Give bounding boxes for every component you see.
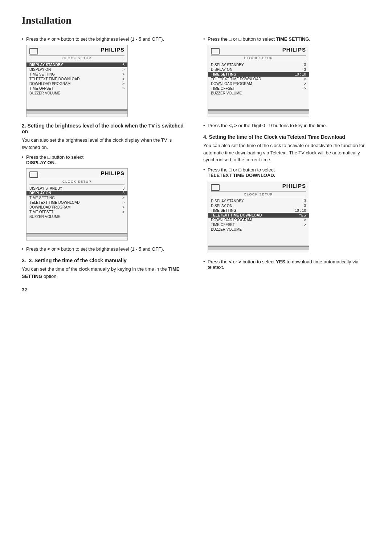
menu-row-label: TIME OFFSET <box>29 86 53 90</box>
menu-row-value: 3 <box>122 63 124 67</box>
philips-logo-4: PHILIPS <box>282 183 306 189</box>
menu-row-label: DOWNLOAD PROGRAM <box>29 205 70 209</box>
page-number: 32 <box>22 287 189 292</box>
menu-row: BUZZER VOLUME <box>208 91 309 96</box>
menu-row: DOWNLOAD PROGRAM> <box>26 205 127 210</box>
menu-row: TELETEXT TIME DOWNLOAD> <box>208 77 309 81</box>
section4-body: You can also set the time of the clock t… <box>203 142 370 163</box>
menu-row: TELETEXT TIME DOWNLOAD> <box>26 200 127 205</box>
menu-row-value: YES <box>299 213 306 217</box>
menu-row: BUZZER VOLUME <box>26 91 127 96</box>
menu-row: DOWNLOAD PROGRAM> <box>26 81 127 86</box>
menu-row-label: TIME SETTING <box>29 196 55 200</box>
menu-row: DOWNLOAD PROGRAM> <box>208 218 309 222</box>
menu-row: BUZZER VOLUME <box>208 227 309 232</box>
section2-body: You can also set the brightness level of… <box>22 137 189 151</box>
menu-row-label: DISPLAY STANDBY <box>211 63 244 67</box>
menu-row-value: > <box>122 205 124 209</box>
menu-row-value: > <box>122 72 124 76</box>
clock-setup-title-4: CLOCK SETUP <box>211 191 306 197</box>
menu-row-value: > <box>122 210 124 214</box>
menu-row: DOWNLOAD PROGRAM> <box>208 81 309 86</box>
menu-row-label: TIME OFFSET <box>29 210 53 214</box>
time-setting-label: TIME SETTING. <box>276 36 310 42</box>
menu-row: TIME OFFSET> <box>208 222 309 227</box>
clock-setup-title-2: CLOCK SETUP <box>29 179 124 185</box>
menu-row-label: DOWNLOAD PROGRAM <box>29 82 70 86</box>
menu-row-label: DISPLAY STANDBY <box>29 63 63 67</box>
menu-row-label: TIME SETTING <box>211 72 236 76</box>
menu-row: TELETEXT TIME DOWNLOADYES <box>208 213 309 218</box>
menu-row-label: DISPLAY STANDBY <box>29 186 62 190</box>
menu-row: DISPLAY STANDBY3 <box>208 199 309 203</box>
teletext-label: TELETEXT TIME DOWNLOAD. <box>208 173 275 178</box>
menu-row: TIME SETTING> <box>26 195 127 200</box>
tv-icon-4 <box>211 184 220 191</box>
menu-row-value: 3 <box>304 199 306 203</box>
right-bullet-4: Press the < or > button to select YES to… <box>203 259 370 270</box>
left-bullet-2: Press the □ button to select DISPLAY ON. <box>22 154 189 165</box>
menu-row: DISPLAY ON3 <box>208 67 309 72</box>
menu-row: DISPLAY ON3 <box>208 203 309 208</box>
menu-row-value: 10 : 10 <box>295 209 306 213</box>
right-column: Press the □ or □ button to select TIME S… <box>203 36 370 292</box>
menu-row-value: 3 <box>304 68 306 72</box>
right-screen-2: PHILIPS CLOCK SETUP DISPLAY STANDBY3DISP… <box>208 181 309 253</box>
section2-heading: 2. Setting the brightness level of the c… <box>22 123 189 134</box>
menu-row-label: BUZZER VOLUME <box>29 91 60 95</box>
menu-row-label: DISPLAY ON <box>211 204 232 208</box>
menu-row: BUZZER VOLUME <box>26 214 127 219</box>
menu-row-value: 3 <box>304 204 306 208</box>
philips-logo-2: PHILIPS <box>101 170 124 176</box>
menu-row: TIME SETTING> <box>26 72 127 77</box>
menu-row-value: 3 <box>304 63 306 67</box>
tv-icon-1 <box>29 48 38 54</box>
menu-row-label: DISPLAY ON <box>29 68 51 72</box>
menu-row-value: > <box>304 218 306 222</box>
section3-body: You can set the time of the clock manual… <box>22 266 189 280</box>
menu-row-value: > <box>304 77 306 81</box>
menu-row-label: TIME OFFSET <box>211 223 235 227</box>
left-screen-1: PHILIPS CLOCK SETUP DISPLAY STANDBY3DISP… <box>26 45 128 117</box>
menu-row-label: TELETEXT TIME DOWNLOAD <box>29 201 80 205</box>
menu-row-value: > <box>122 86 124 90</box>
right-bullet-3: Press the □ or □ button to select TELETE… <box>203 167 370 178</box>
left-bullet-3: Press the < or > button to set the brigh… <box>22 246 189 252</box>
menu-row-label: TELETEXT TIME DOWNLOAD <box>211 77 261 81</box>
page-title: Installation <box>22 15 370 26</box>
menu-row-value: 3 <box>122 191 124 195</box>
philips-logo-3: PHILIPS <box>282 46 306 53</box>
menu-row: TIME SETTING10 : 10 <box>208 72 309 77</box>
left-screen-2: PHILIPS CLOCK SETUP DISPLAY STANDBY3DISP… <box>26 168 128 240</box>
menu-row: DISPLAY ON> <box>26 67 127 72</box>
section4-heading: 4. Setting the time of the Clock via Tel… <box>203 134 370 140</box>
menu-row-value: > <box>122 77 124 81</box>
menu-row-value: 3 <box>122 186 124 190</box>
menu-row: TIME SETTING10 : 10 <box>208 208 309 213</box>
menu-row-value: > <box>122 82 124 86</box>
clock-setup-title-1: CLOCK SETUP <box>29 55 124 61</box>
left-bullet-1: Press the < or > button to set the brigh… <box>22 36 189 42</box>
menu-row-label: DISPLAY STANDBY <box>211 199 244 203</box>
menu-row: TIME OFFSET> <box>26 210 127 214</box>
menu-row: DISPLAY ON3 <box>26 191 127 195</box>
menu-row-label: BUZZER VOLUME <box>211 91 242 95</box>
menu-row-value: > <box>122 196 124 200</box>
right-screen-1: PHILIPS CLOCK SETUP DISPLAY STANDBY3DISP… <box>208 45 309 117</box>
left-column: Press the < or > button to set the brigh… <box>22 36 189 292</box>
menu-row-label: DOWNLOAD PROGRAM <box>211 82 252 86</box>
menu-row-value: > <box>122 201 124 205</box>
philips-logo-1: PHILIPS <box>101 46 124 53</box>
menu-row-label: DISPLAY ON <box>29 191 51 195</box>
menu-row-value: > <box>304 82 306 86</box>
right-bullet-2: Press the <, > or the Digit 0 - 9 button… <box>203 123 370 128</box>
menu-row-label: DOWNLOAD PROGRAM <box>211 218 252 222</box>
menu-row-label: TELETEXT TIME DOWNLOAD <box>211 213 262 217</box>
menu-row: TELETEXT TIME DOWNLOAD> <box>26 77 127 81</box>
menu-row-value: > <box>304 86 306 90</box>
menu-row: TIME OFFSET> <box>26 86 127 91</box>
menu-row-value: > <box>122 68 124 72</box>
menu-row-value: 10 : 10 <box>295 72 306 76</box>
menu-row-label: DISPLAY ON <box>211 68 232 72</box>
menu-row-label: TIME SETTING <box>29 72 55 76</box>
